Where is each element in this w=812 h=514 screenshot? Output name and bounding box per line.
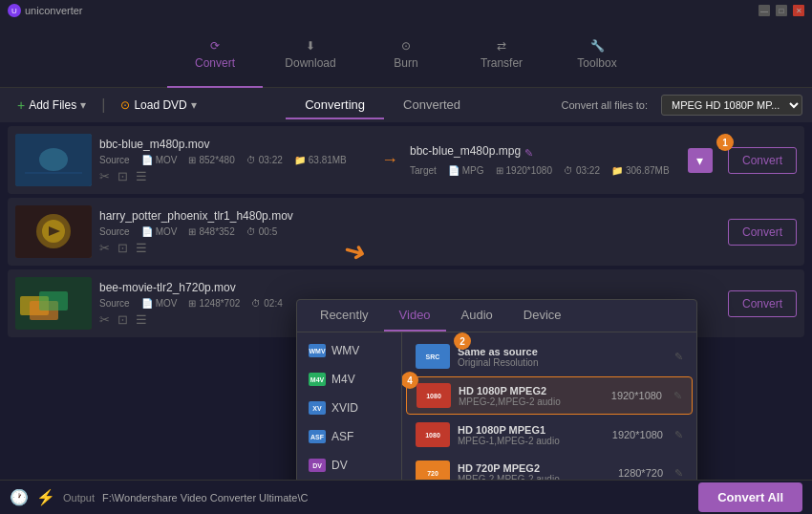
source-format-3: 📄 MOV	[141, 298, 178, 309]
source-res-2: ⊞ 848*352	[188, 226, 234, 237]
edit-quality-720-mpeg2[interactable]: ✎	[674, 467, 683, 480]
convert-all-button[interactable]: Convert All	[698, 482, 802, 512]
format-dv[interactable]: DV DV	[297, 451, 401, 480]
target-edit-icon[interactable]: ✎	[524, 147, 533, 160]
toolbar-divider: |	[101, 96, 105, 114]
format-dropdown-button[interactable]: ▾	[688, 148, 713, 173]
convert-all-select[interactable]: MPEG HD 1080P MP...	[661, 95, 802, 116]
m4v-label: M4V	[331, 373, 355, 386]
maximize-button[interactable]: □	[776, 5, 787, 16]
toolbar: + Add Files ▾ | ⊙ Load DVD ▾ Converting …	[0, 88, 812, 122]
cut-icon-3[interactable]: ✂	[99, 312, 110, 327]
badge-1080-mpeg2: 1080	[417, 383, 451, 408]
clock-icon[interactable]: 🕐	[10, 488, 29, 506]
quality-title-src: Same as source	[458, 346, 663, 357]
quality-hd-1080p-mpeg2[interactable]: 4 1080 HD 1080P MPEG2 MPEG-2,MPEG-2 audi…	[406, 376, 693, 415]
svg-rect-2	[25, 172, 82, 174]
load-dvd-button[interactable]: ⊙ Load DVD ▾	[113, 95, 203, 116]
tab-converting[interactable]: Converting	[286, 92, 384, 119]
quality-res-720-mpeg2: 1280*720	[618, 467, 663, 479]
dv-label: DV	[331, 459, 348, 472]
quality-same-source[interactable]: SRC Same as source Original Resolution ✎	[406, 338, 693, 375]
add-files-label: Add Files	[29, 98, 76, 112]
load-dvd-dropdown-icon: ▾	[191, 98, 197, 112]
quality-res-1080-mpeg2: 1920*1080	[611, 390, 662, 401]
cut-icon-2[interactable]: ✂	[99, 241, 110, 255]
format-wmv[interactable]: WMV WMV	[297, 336, 401, 365]
file-meta-2: Source 📄 MOV ⊞ 848*352 ⏱ 00:5	[99, 226, 402, 237]
add-files-button[interactable]: + Add Files ▾	[10, 94, 94, 117]
format-m4v[interactable]: M4V M4V	[297, 365, 401, 394]
quality-sub-1080-mpeg1: MPEG-1,MPEG-2 audio	[458, 436, 605, 446]
source-label-1: Source	[99, 155, 130, 165]
nav-item-transfer-label: Transfer	[481, 56, 523, 70]
thumb-img-3	[15, 277, 92, 330]
more-icon-3[interactable]: ☰	[136, 312, 147, 327]
panel-body: WMV WMV M4V M4V XV XVID ASF ASF DV DV	[297, 332, 696, 480]
quality-hd-1080p-mpeg1[interactable]: 1080 HD 1080P MPEG1 MPEG-1,MPEG-2 audio …	[406, 417, 693, 453]
quality-res-1080-mpeg1: 1920*1080	[612, 429, 663, 440]
target-info-1: bbc-blue_m480p.mpg ✎ Target 📄 MPG ⊞ 1920…	[410, 144, 680, 176]
toolbox-nav-icon: 🔧	[590, 39, 605, 53]
format-tab-device[interactable]: Device	[508, 300, 577, 332]
nav-item-download[interactable]: ⬇ Download	[263, 21, 358, 88]
convert-button-2[interactable]: Convert	[728, 219, 797, 246]
quality-title-1080-mpeg1: HD 1080P MPEG1	[458, 424, 605, 436]
edit-icon-3[interactable]: ⊡	[118, 312, 128, 327]
format-asf[interactable]: ASF ASF	[297, 422, 401, 451]
arrow-right-1: →	[381, 150, 398, 170]
output-label: Output	[63, 492, 95, 503]
more-icon-1[interactable]: ☰	[136, 169, 147, 183]
edit-icon-1[interactable]: ⊡	[118, 169, 128, 183]
more-icon-2[interactable]: ☰	[136, 241, 147, 255]
target-meta-1: Target 📄 MPG ⊞ 1920*1080 ⏱ 03:22 📁 306.8…	[410, 165, 680, 176]
thumb-img-1	[15, 134, 92, 186]
quality-hd-720p-mpeg2[interactable]: 720 HD 720P MPEG2 MPEG-2,MPEG-2 audio 12…	[406, 455, 693, 480]
thumbnail-1	[15, 134, 92, 186]
nav-item-convert[interactable]: ⟳ Convert	[167, 21, 263, 88]
source-size-1: 📁 63.81MB	[294, 155, 347, 165]
svg-rect-10	[39, 291, 68, 311]
dv-icon: DV	[309, 459, 326, 472]
close-button[interactable]: ✕	[793, 5, 804, 16]
nav-item-toolbox-label: Toolbox	[577, 56, 616, 70]
file-item-1: bbc-blue_m480p.mov Source 📄 MOV ⊞ 852*48…	[8, 126, 804, 194]
nav-item-transfer[interactable]: ⇄ Transfer	[454, 21, 549, 88]
target-name-1: bbc-blue_m480p.mpg	[410, 144, 521, 158]
main-area: bbc-blue_m480p.mov Source 📄 MOV ⊞ 852*48…	[0, 122, 812, 480]
convert-button-3[interactable]: Convert	[728, 290, 797, 317]
edit-quality-1080-mpeg2[interactable]: ✎	[673, 390, 682, 402]
format-xvid[interactable]: XV XVID	[297, 394, 401, 422]
convert-button-1[interactable]: Convert	[728, 147, 797, 174]
format-dropdown-panel: Recently Video Audio Device 2 WMV WMV M4…	[296, 299, 697, 480]
quality-sub-720-mpeg2: MPEG-2,MPEG-2 audio	[458, 474, 610, 481]
quality-sub-1080-mpeg2: MPEG-2,MPEG-2 audio	[459, 396, 604, 407]
format-tab-video[interactable]: Video	[384, 300, 446, 332]
edit-quality-1080-mpeg1[interactable]: ✎	[674, 429, 683, 441]
file-info-1: bbc-blue_m480p.mov Source 📄 MOV ⊞ 852*48…	[99, 138, 370, 183]
format-list: WMV WMV M4V M4V XV XVID ASF ASF DV DV	[297, 332, 402, 480]
quality-text-src: Same as source Original Resolution	[458, 346, 663, 368]
app-logo: U uniconverter	[8, 4, 83, 17]
lightning-icon[interactable]: ⚡	[36, 488, 55, 506]
download-nav-icon: ⬇	[306, 39, 315, 53]
tab-converted[interactable]: Converted	[384, 92, 480, 119]
format-tab-recently[interactable]: Recently	[305, 300, 384, 332]
source-dur-2: ⏱ 00:5	[246, 226, 277, 237]
minimize-button[interactable]: —	[759, 5, 770, 16]
annotation-1: 1	[716, 134, 734, 151]
file-actions-1: ✂ ⊡ ☰	[99, 169, 370, 183]
cut-icon-1[interactable]: ✂	[99, 169, 110, 183]
source-dur-3: ⏱ 02:4	[251, 298, 282, 309]
nav-item-burn[interactable]: ⊙ Burn	[358, 21, 454, 88]
edit-icon-2[interactable]: ⊡	[118, 241, 128, 255]
badge-src: SRC	[416, 344, 450, 369]
edit-quality-src[interactable]: ✎	[674, 351, 683, 363]
converting-tabs: Converting Converted	[212, 92, 554, 119]
thumbnail-3	[15, 277, 92, 330]
thumbnail-2	[15, 205, 92, 258]
format-tab-audio[interactable]: Audio	[446, 300, 508, 332]
nav-item-toolbox[interactable]: 🔧 Toolbox	[549, 21, 645, 88]
wmv-icon: WMV	[309, 344, 326, 357]
source-label-2: Source	[99, 226, 130, 237]
